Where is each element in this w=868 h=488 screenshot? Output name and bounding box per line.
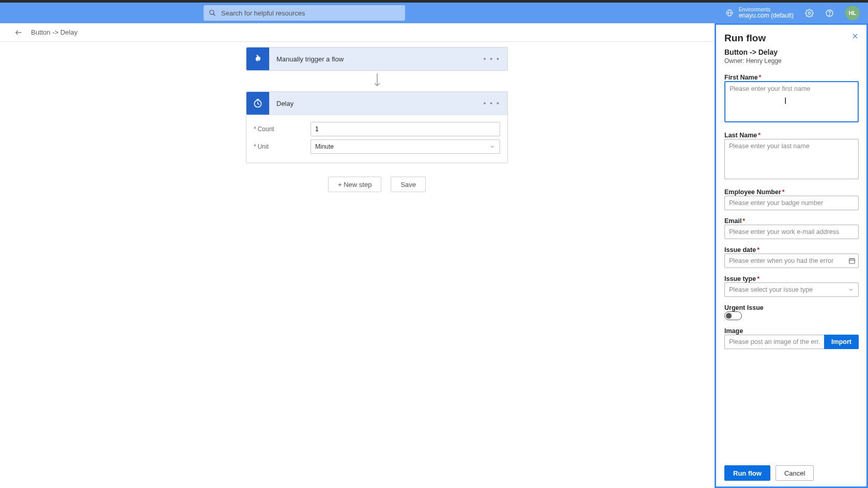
trigger-card[interactable]: Manually trigger a flow • • •	[246, 47, 508, 71]
run-flow-panel: Run flow Button -> Delay Owner: Henry Le…	[715, 23, 868, 488]
svg-line-1	[213, 14, 215, 16]
panel-title: Run flow	[724, 33, 766, 44]
count-input[interactable]	[315, 125, 495, 133]
trigger-menu-icon[interactable]: • • •	[484, 55, 500, 63]
issue-date-label: Issue date*	[724, 246, 859, 254]
unit-value: Minute	[315, 143, 334, 150]
connector-arrow-icon	[246, 71, 508, 91]
search-input[interactable]	[221, 9, 400, 17]
environment-label: Environments	[739, 7, 794, 12]
search-icon	[209, 9, 216, 17]
chevron-down-icon	[489, 144, 495, 150]
first-name-field[interactable]	[724, 81, 859, 122]
global-search[interactable]	[204, 5, 405, 21]
email-field[interactable]	[724, 225, 859, 239]
email-label: Email*	[724, 217, 859, 225]
close-icon[interactable]	[851, 33, 859, 40]
issue-date-field[interactable]	[724, 254, 859, 268]
unit-select[interactable]: Minute	[311, 139, 500, 154]
urgent-label: Urgent Issue	[724, 304, 859, 311]
environment-name: enayu.com (default)	[739, 12, 794, 19]
help-icon[interactable]	[825, 9, 834, 18]
save-button[interactable]: Save	[391, 177, 426, 192]
import-button[interactable]: Import	[824, 335, 859, 349]
count-label: Count	[254, 125, 311, 133]
svg-point-7	[829, 14, 830, 15]
delay-card-body: Count Unit Minute	[246, 115, 507, 163]
last-name-field[interactable]	[724, 139, 859, 179]
employee-number-field[interactable]	[724, 196, 859, 210]
new-step-button[interactable]: + New step	[328, 177, 381, 192]
urgent-toggle[interactable]	[724, 311, 742, 320]
svg-rect-16	[849, 259, 855, 263]
panel-flow-name: Button -> Delay	[724, 48, 859, 56]
last-name-label: Last Name*	[724, 132, 859, 139]
delay-title: Delay	[276, 100, 293, 107]
back-icon[interactable]	[14, 28, 23, 37]
employee-number-label: Employee Number*	[724, 188, 859, 196]
cancel-button[interactable]: Cancel	[776, 465, 814, 481]
environment-picker[interactable]: Environments enayu.com (default)	[725, 7, 794, 19]
gear-icon[interactable]	[805, 9, 814, 18]
chevron-down-icon	[848, 287, 854, 293]
delay-card[interactable]: Delay • • • Count Unit Minute	[246, 91, 508, 163]
issue-type-placeholder: Please select your issue type	[729, 286, 813, 293]
calendar-icon[interactable]	[848, 257, 856, 264]
first-name-label: First Name*	[724, 74, 859, 81]
issue-type-label: Issue type*	[724, 275, 859, 282]
unit-label: Unit	[254, 143, 311, 150]
trigger-icon	[246, 48, 269, 70]
environment-icon	[725, 9, 734, 17]
panel-owner: Owner: Henry Legge	[724, 57, 859, 65]
run-flow-button[interactable]: Run flow	[724, 465, 770, 481]
breadcrumb-title: Button -> Delay	[31, 28, 78, 36]
delay-icon	[246, 92, 269, 115]
image-label: Image	[724, 327, 859, 335]
count-field[interactable]	[311, 122, 500, 136]
app-header: Environments enayu.com (default) HL	[0, 3, 868, 23]
avatar[interactable]: HL	[845, 6, 860, 20]
svg-line-12	[258, 104, 259, 105]
svg-point-0	[210, 10, 214, 14]
svg-point-5	[808, 12, 810, 14]
issue-type-select[interactable]: Please select your issue type	[724, 282, 859, 297]
delay-menu-icon[interactable]: • • •	[484, 99, 500, 107]
image-field[interactable]	[724, 335, 824, 349]
trigger-title: Manually trigger a flow	[276, 55, 344, 63]
